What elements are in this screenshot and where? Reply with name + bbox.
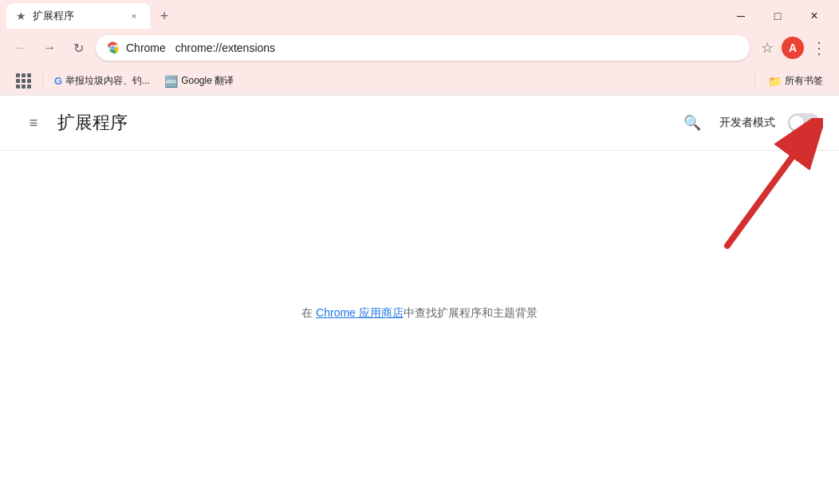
bookmark-star-button[interactable]: ☆ [756, 37, 778, 59]
extensions-header: ≡ 扩展程序 🔍 开发者模式 [0, 96, 839, 151]
bookmarks-bar: G 举报垃圾内容、钓... 🔤 Google 翻译 📁 所有书签 [0, 67, 839, 96]
developer-mode-toggle[interactable] [788, 113, 820, 132]
forward-button[interactable]: → [38, 37, 61, 59]
header-right: 🔍 开发者模式 [678, 108, 820, 137]
all-bookmarks-label: 所有书签 [785, 74, 823, 88]
chrome-address-label: Chrome [126, 41, 166, 54]
bookmarks-right-separator [754, 73, 755, 89]
profile-avatar-button[interactable]: A [782, 37, 804, 59]
bookmarks-right: 📁 所有书签 [751, 71, 829, 91]
apps-grid-button[interactable] [10, 70, 37, 92]
empty-text-before: 在 [301, 306, 316, 319]
sidebar-menu-button[interactable]: ≡ [19, 108, 48, 137]
maximize-button[interactable]: □ [759, 3, 796, 29]
more-options-button[interactable]: ⋮ [807, 37, 829, 59]
toggle-knob [790, 116, 804, 130]
chrome-store-link[interactable]: Chrome 应用商店 [316, 306, 404, 319]
bookmark-label-2: Google 翻译 [181, 74, 234, 88]
folder-icon: 📁 [768, 75, 782, 88]
bookmark-separator [42, 73, 43, 89]
apps-icon [16, 73, 31, 89]
nav-right-icons: ☆ A ⋮ [756, 37, 829, 59]
chrome-logo-icon [105, 41, 120, 55]
empty-state-area: 在 Chrome 应用商店中查找扩展程序和主题背景 [0, 151, 839, 476]
bookmark-item-google[interactable]: G 举报垃圾内容、钓... [48, 71, 156, 91]
close-button[interactable]: × [796, 3, 833, 29]
search-icon: 🔍 [683, 114, 701, 132]
bookmark-label-1: 举报垃圾内容、钓... [65, 74, 150, 88]
bookmark-item-translate[interactable]: 🔤 Google 翻译 [158, 71, 240, 91]
extensions-page: ≡ 扩展程序 🔍 开发者模式 在 Chrome 应用商店中查找扩展程序和主题背景 [0, 96, 839, 476]
back-button[interactable]: ← [10, 37, 32, 59]
tab-close-button[interactable]: × [128, 10, 140, 22]
svg-point-3 [112, 47, 114, 49]
translate-icon: 🔤 [164, 75, 178, 88]
empty-text-after: 中查找扩展程序和主题背景 [404, 306, 538, 319]
tab-extension-icon: ★ [16, 10, 26, 22]
google-icon: G [54, 75, 62, 87]
address-text: chrome://extensions [175, 41, 740, 54]
new-tab-button[interactable]: + [153, 5, 175, 27]
address-bar[interactable]: Chrome chrome://extensions [96, 35, 750, 61]
hamburger-icon: ≡ [30, 115, 38, 132]
all-bookmarks-button[interactable]: 📁 所有书签 [762, 71, 829, 91]
tab-title: 扩展程序 [33, 9, 121, 23]
nav-bar: ← → ↻ Chrome chrome://extensions ☆ A ⋮ [0, 29, 839, 67]
page-title: 扩展程序 [57, 111, 128, 135]
reload-button[interactable]: ↻ [67, 37, 89, 59]
search-button[interactable]: 🔍 [678, 108, 707, 137]
minimize-button[interactable]: ─ [723, 3, 759, 29]
active-tab[interactable]: ★ 扩展程序 × [6, 3, 150, 29]
empty-message: 在 Chrome 应用商店中查找扩展程序和主题背景 [301, 306, 538, 321]
dev-mode-label: 开发者模式 [719, 116, 775, 130]
